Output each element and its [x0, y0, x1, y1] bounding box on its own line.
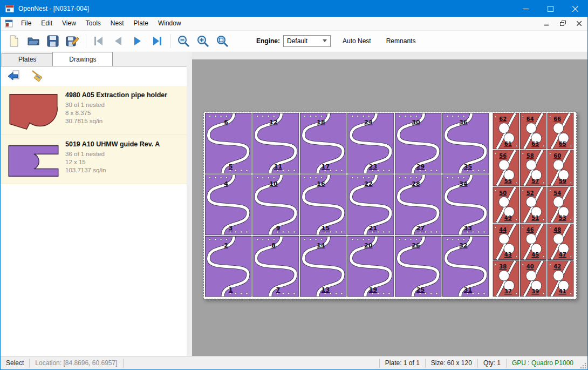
- nav-first-icon: [93, 36, 105, 46]
- drawing-list-item[interactable]: 5019 A10 UHMW guide Rev. A36 of 1 nested…: [1, 135, 187, 184]
- new-file-icon: [9, 35, 19, 47]
- purple-part-pair[interactable]: 3635: [443, 113, 489, 174]
- svg-text:14: 14: [317, 242, 325, 249]
- menu-item-file[interactable]: File: [16, 17, 36, 30]
- red-part-pair[interactable]: 6059: [548, 150, 573, 186]
- open-button[interactable]: [25, 33, 42, 49]
- mdi-window-controls: [541, 19, 587, 29]
- last-plate-button[interactable]: [149, 33, 165, 49]
- red-part-pair[interactable]: 5655: [493, 150, 519, 186]
- first-plate-button[interactable]: [91, 33, 107, 49]
- panel-splitter[interactable]: [187, 52, 192, 356]
- svg-text:45: 45: [531, 252, 539, 258]
- remnants-menu[interactable]: Remnants: [383, 35, 419, 47]
- status-qty: Qty: 1: [478, 359, 506, 367]
- red-part-pair[interactable]: 4039: [521, 261, 546, 297]
- purple-part-pair[interactable]: 21: [206, 237, 252, 297]
- menu-item-view[interactable]: View: [57, 17, 81, 30]
- engine-label: Engine:: [256, 37, 280, 45]
- close-button[interactable]: [563, 1, 587, 17]
- part-area: 103.7137 sq/in: [65, 167, 160, 173]
- mdi-restore-button[interactable]: [557, 19, 568, 29]
- purple-part-pair[interactable]: 1615: [300, 175, 347, 236]
- purple-part-pair[interactable]: 109: [253, 175, 299, 236]
- purple-part-pair[interactable]: 3029: [395, 113, 442, 174]
- svg-text:65: 65: [559, 141, 566, 147]
- purple-part-pair[interactable]: 2221: [348, 175, 394, 236]
- save-button[interactable]: [45, 33, 61, 49]
- zoom-fit-button[interactable]: [214, 33, 230, 49]
- purple-part-pair[interactable]: 43: [206, 175, 252, 236]
- red-part-pair[interactable]: 3837: [493, 261, 519, 297]
- zoom-out-button[interactable]: [175, 33, 192, 49]
- import-drawing-button[interactable]: [6, 69, 21, 84]
- mdi-minimize-button[interactable]: [541, 19, 552, 29]
- purple-part-pair[interactable]: 2423: [348, 113, 394, 174]
- engine-select[interactable]: Default: [283, 35, 331, 47]
- menu-item-tools[interactable]: Tools: [81, 17, 106, 30]
- red-part-pair[interactable]: 5857: [521, 150, 546, 186]
- purple-part-pair[interactable]: 1817: [300, 113, 347, 174]
- tab-drawings[interactable]: Drawings: [52, 52, 113, 66]
- resize-grip[interactable]: [579, 356, 587, 370]
- drawing-list-item[interactable]: 4980 A05 Extraction pipe holder30 of 1 n…: [1, 86, 187, 135]
- previous-plate-button[interactable]: [110, 33, 126, 49]
- svg-text:64: 64: [527, 116, 534, 122]
- purple-part-pair[interactable]: 2827: [395, 175, 442, 236]
- zoom-in-icon: [196, 35, 209, 48]
- red-part-pair[interactable]: 6261: [493, 113, 519, 149]
- nest-canvas[interactable]: 6512111817242330293635431091615222128273…: [192, 52, 587, 356]
- mdi-close-button[interactable]: [573, 19, 584, 29]
- plate[interactable]: 6512111817242330293635431091615222128273…: [203, 112, 577, 299]
- purple-part-pair[interactable]: 2625: [395, 237, 442, 297]
- svg-text:49: 49: [504, 215, 512, 221]
- menu-item-window[interactable]: Window: [153, 17, 186, 30]
- svg-text:29: 29: [416, 163, 425, 170]
- purple-part-pair[interactable]: 1413: [300, 237, 347, 297]
- clean-drawings-button[interactable]: [30, 69, 45, 84]
- zoom-fit-icon: [216, 35, 229, 48]
- save-as-button[interactable]: [64, 33, 80, 49]
- purple-part-pair[interactable]: 3433: [443, 175, 489, 236]
- svg-text:41: 41: [559, 288, 566, 294]
- next-plate-button[interactable]: [129, 33, 146, 49]
- svg-text:60: 60: [553, 153, 561, 159]
- red-part-pair[interactable]: 5251: [521, 187, 546, 223]
- red-part-pair[interactable]: 5453: [548, 187, 573, 223]
- purple-part-pair[interactable]: 87: [253, 237, 299, 297]
- svg-text:25: 25: [416, 286, 425, 293]
- new-button[interactable]: [6, 33, 22, 49]
- svg-text:38: 38: [499, 264, 507, 270]
- svg-text:51: 51: [531, 215, 539, 221]
- menu-item-plate[interactable]: Plate: [129, 17, 153, 30]
- purple-part-pair[interactable]: 1211: [253, 113, 299, 174]
- red-part-pair[interactable]: 4443: [493, 224, 519, 259]
- red-part-pair[interactable]: 6463: [521, 113, 546, 149]
- left-panel: PlatesDrawings 4980 A05 Extraction pipe …: [1, 52, 187, 356]
- menu-items: FileEditViewToolsNestPlateWindow: [16, 17, 186, 30]
- maximize-button[interactable]: [538, 1, 563, 17]
- window-title: OpenNest - [N0317-004]: [18, 5, 89, 12]
- resize-grip-icon: [580, 362, 586, 369]
- red-part-pair[interactable]: 4645: [521, 224, 546, 259]
- red-part-pair[interactable]: 4241: [548, 261, 573, 297]
- menu-item-nest[interactable]: Nest: [106, 17, 129, 30]
- purple-part-pair[interactable]: 2019: [348, 237, 394, 297]
- svg-text:5: 5: [229, 163, 233, 170]
- minimize-button[interactable]: [513, 1, 538, 17]
- svg-text:27: 27: [416, 225, 425, 232]
- main-toolbar: Engine: Default Auto Nest Remnants: [1, 31, 587, 51]
- red-part-pair[interactable]: 5049: [493, 187, 519, 223]
- red-part-pair[interactable]: 4847: [548, 224, 573, 259]
- purple-part-pair[interactable]: 65: [206, 113, 252, 174]
- menu-item-edit[interactable]: Edit: [36, 17, 57, 30]
- window-controls: [513, 1, 587, 17]
- red-part-pair[interactable]: 6665: [548, 113, 573, 149]
- purple-part-pair[interactable]: 3231: [443, 237, 489, 297]
- svg-text:50: 50: [499, 190, 507, 196]
- svg-text:55: 55: [504, 178, 512, 184]
- zoom-in-button[interactable]: [195, 33, 211, 49]
- drawings-toolbar: [1, 66, 187, 86]
- tab-plates[interactable]: Plates: [2, 53, 53, 66]
- auto-nest-menu[interactable]: Auto Nest: [339, 35, 374, 47]
